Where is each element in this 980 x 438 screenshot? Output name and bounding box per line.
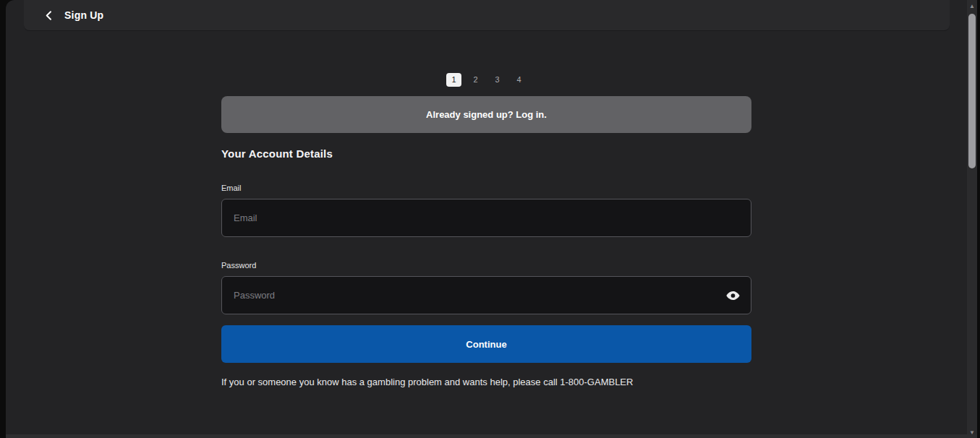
scroll-down-icon[interactable]: ▼ <box>967 426 977 438</box>
gambling-disclaimer: If you or someone you know has a gamblin… <box>221 377 751 387</box>
scroll-up-icon[interactable]: ▲ <box>967 0 977 12</box>
email-field[interactable] <box>221 199 751 237</box>
login-banner-button[interactable]: Already signed up? Log in. <box>221 96 751 133</box>
section-heading: Your Account Details <box>221 147 751 160</box>
password-field-wrapper <box>221 276 751 314</box>
signup-content: 1 2 3 4 Already signed up? Log in. Your … <box>6 31 967 438</box>
back-button[interactable] <box>40 7 57 24</box>
app-window: Sign Up 1 2 3 4 Already signed up? Log i… <box>6 0 977 438</box>
page-header: Sign Up <box>24 0 950 31</box>
password-field[interactable] <box>221 276 751 314</box>
eye-icon <box>726 291 740 301</box>
continue-button[interactable]: Continue <box>221 325 751 363</box>
email-label: Email <box>221 184 751 192</box>
show-password-button[interactable] <box>724 287 741 304</box>
scrollbar[interactable]: ▲ ▼ <box>967 0 977 438</box>
step-3[interactable]: 3 <box>490 73 505 87</box>
step-1[interactable]: 1 <box>446 73 461 87</box>
step-2[interactable]: 2 <box>468 73 483 87</box>
password-label: Password <box>221 261 751 270</box>
page-title: Sign Up <box>64 9 103 21</box>
scrollbar-thumb[interactable] <box>968 14 976 168</box>
step-indicator: 1 2 3 4 <box>221 72 751 87</box>
chevron-left-icon <box>43 10 54 21</box>
step-4[interactable]: 4 <box>511 73 527 87</box>
